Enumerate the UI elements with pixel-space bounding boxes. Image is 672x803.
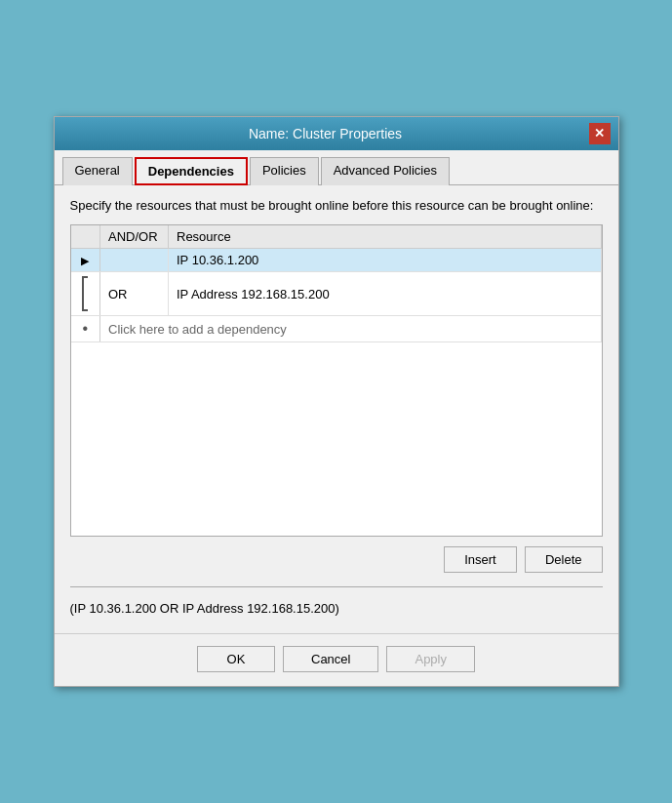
bullet-icon: • xyxy=(82,320,88,337)
row-andor-2[interactable]: OR xyxy=(100,272,169,316)
arrow-icon: ▶ xyxy=(81,255,89,266)
divider xyxy=(70,586,603,587)
tab-content: Specify the resources that must be broug… xyxy=(55,185,618,633)
tab-policies[interactable]: Policies xyxy=(250,157,319,185)
table-header-row: AND/OR Resource xyxy=(71,225,602,249)
tab-advanced-policies[interactable]: Advanced Policies xyxy=(321,157,450,185)
apply-button[interactable]: Apply xyxy=(386,646,475,672)
add-dependency-row[interactable]: • Click here to add a dependency xyxy=(71,316,602,342)
row-selector-icon: ▶ xyxy=(71,249,100,272)
close-button[interactable]: ✕ xyxy=(589,123,611,144)
dialog-title: Name: Cluster Properties xyxy=(62,126,589,141)
col-header-resource: Resource xyxy=(169,225,602,249)
table-row[interactable]: OR IP Address 192.168.15.200 xyxy=(71,272,602,316)
delete-button[interactable]: Delete xyxy=(525,546,603,573)
formula-display: (IP 10.36.1.200 OR IP Address 192.168.15… xyxy=(70,595,603,622)
dependency-table: AND/OR Resource ▶ IP 10.36.1.200 xyxy=(70,224,603,537)
add-row-dot: • xyxy=(71,316,100,342)
row-selector-empty xyxy=(71,272,100,316)
add-row-text[interactable]: Click here to add a dependency xyxy=(100,316,602,342)
footer-buttons: OK Cancel Apply xyxy=(55,633,618,686)
dialog-window: Name: Cluster Properties ✕ General Depen… xyxy=(54,116,619,687)
table-row[interactable]: ▶ IP 10.36.1.200 xyxy=(71,249,602,272)
tab-general[interactable]: General xyxy=(62,157,133,185)
row-andor-1[interactable] xyxy=(100,249,169,272)
tab-bar: General Dependencies Policies Advanced P… xyxy=(55,150,618,185)
insert-button[interactable]: Insert xyxy=(444,546,517,573)
tab-dependencies[interactable]: Dependencies xyxy=(135,157,248,185)
ok-button[interactable]: OK xyxy=(197,646,275,672)
description-text: Specify the resources that must be broug… xyxy=(70,197,603,215)
col-header-selector xyxy=(71,225,100,249)
table-action-buttons: Insert Delete xyxy=(70,546,603,579)
col-header-andor: AND/OR xyxy=(100,225,169,249)
title-bar: Name: Cluster Properties ✕ xyxy=(55,117,618,150)
row-resource-2[interactable]: IP Address 192.168.15.200 xyxy=(169,272,602,316)
cancel-button[interactable]: Cancel xyxy=(283,646,378,672)
row-resource-1[interactable]: IP 10.36.1.200 xyxy=(169,249,602,272)
